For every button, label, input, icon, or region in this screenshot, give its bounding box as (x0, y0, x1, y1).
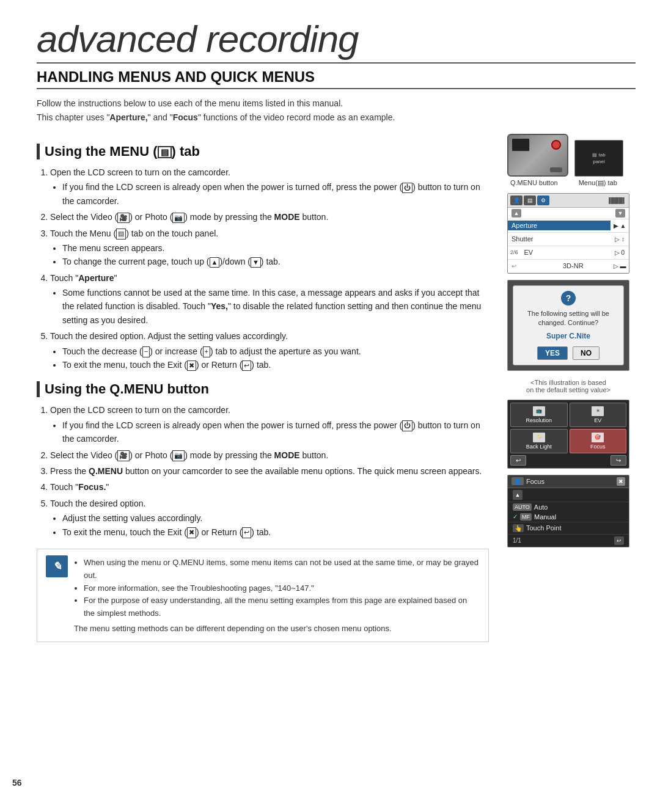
intro-text: Follow the instructions below to use eac… (37, 97, 636, 124)
qmenu-step-5: Touch the desired option. Adjust the set… (50, 497, 489, 539)
menu-screenshot: 👤 ▤ ⚙ ▐███▌ ▲ ▼ Aperture ▶ ▲ Shutter ▷ ↕ (507, 193, 629, 274)
menu-icon-settings: ⚙ (537, 196, 549, 205)
qmenu-cell-ev[interactable]: ☀ EV (570, 403, 627, 427)
qmenu-cell-backlight[interactable]: ✨ Back Light (510, 429, 568, 453)
focus-menu-title-bar: 👤 Focus (512, 477, 617, 485)
qmenu-cell-resolution[interactable]: 📺 Resolution (510, 403, 568, 427)
left-column: Using the MENU (▤) tab Open the LCD scre… (37, 134, 489, 642)
menu-back-btn: ↩ (508, 262, 559, 271)
qmenu-steps-list: Open the LCD screen to turn on the camco… (37, 403, 489, 539)
menu-steps-list: Open the LCD screen to turn on the camco… (37, 166, 489, 371)
intro-line-2: This chapter uses "Aperture," and "Focus… (37, 112, 395, 122)
illustration-caption: <This illustration is basedon the defaul… (526, 379, 610, 393)
focus-option-manual[interactable]: ✓ MF Manual (508, 512, 629, 522)
focus-page-row: 1/1 ↩ (508, 534, 629, 547)
menu-ev-arrow: ▷ 0 (610, 249, 629, 256)
qmenu-resolution-label: Resolution (526, 417, 552, 423)
menu-row-aperture[interactable]: Aperture ▶ ▲ (508, 219, 629, 233)
qmenu-step-2: Select the Video (🎥) or Photo (📷) mode b… (50, 448, 489, 462)
focus-auto-label: Auto (534, 503, 548, 511)
qmenu-resolution-icon: 📺 (533, 406, 545, 416)
focus-title-text: Focus (526, 478, 544, 485)
qmenu-cell-focus[interactable]: 🎯 Focus (570, 429, 627, 453)
qmenu-ev-label: EV (594, 417, 601, 423)
menu-icon-list: ▤ (524, 196, 536, 205)
dialog-value: Super C.Nite (546, 332, 590, 340)
right-column: ▤ tabpanel Q.MENU button Menu(▤) tab 👤 ▤… (501, 134, 636, 547)
focus-back-btn[interactable]: ↩ (614, 536, 624, 545)
focus-option-auto[interactable]: AUTO Auto (508, 502, 629, 512)
menu-icon-person: 👤 (510, 196, 522, 205)
menu-step-5-bullet-2: To exit the menu, touch the Exit (✖) or … (62, 358, 489, 371)
menu-aperture-label: Aperture (508, 221, 610, 230)
menu-step-1-bullet: If you find the LCD screen is already op… (62, 180, 489, 208)
menu-shutter-label: Shutter (508, 234, 610, 244)
camcorder-body (507, 134, 568, 177)
focus-manual-label: Manual (534, 513, 556, 521)
qmenu-ev-icon: ☀ (592, 406, 604, 416)
intro-line-1: Follow the instructions below to use eac… (37, 98, 343, 108)
qmenu-backlight-icon: ✨ (533, 433, 545, 442)
focus-touch-label: Touch Point (526, 524, 561, 532)
menu-step-3: Touch the Menu (▤) tab on the touch pane… (50, 227, 489, 269)
camera-device-image: ▤ tabpanel Q.MENU button Menu(▤) tab (507, 134, 629, 187)
dialog-buttons: YES NO (537, 346, 600, 360)
menu-step-2: Select the Video (🎥) or Photo (📷) mode b… (50, 210, 489, 224)
menu-row-ev[interactable]: 2/6 EV ▷ 0 (508, 246, 629, 260)
dialog-yes-button[interactable]: YES (537, 346, 568, 360)
qmenu-step-3: Press the Q.MENU button on your camcorde… (50, 464, 489, 478)
menu-down-btn[interactable]: ▼ (615, 209, 625, 218)
dialog-question-icon: ? (561, 291, 576, 305)
page-number: 56 (12, 778, 22, 788)
qmenu-focus-label: Focus (590, 444, 606, 450)
camcorder-screen (512, 138, 530, 152)
menu-panel-preview: ▤ tabpanel (574, 140, 623, 177)
note-extra: The menu setting methods can be differen… (74, 624, 392, 633)
content-area: Using the MENU (▤) tab Open the LCD scre… (37, 134, 636, 642)
qmenu-step-1-bullet: If you find the LCD screen is already op… (62, 419, 489, 446)
qmenu-step-5-bullet-1: Adjust the setting values accordingly. (62, 511, 489, 525)
main-title: advanced recording (37, 18, 636, 64)
focus-menu-screenshot: 👤 Focus ✖ ▲ AUTO Auto ✓ MF Manual (507, 475, 629, 547)
focus-auto-badge: AUTO (513, 503, 532, 511)
focus-manual-badge: MF (520, 513, 532, 521)
qmenu-step-1: Open the LCD screen to turn on the camco… (50, 403, 489, 445)
menu-row-shutter[interactable]: Shutter ▷ ↕ (508, 233, 629, 246)
note-bullet-2: For more information, see the Troublesho… (84, 582, 480, 595)
qmenu-forward-btn[interactable]: ↪ (610, 455, 626, 466)
menu-topbar: 👤 ▤ ⚙ ▐███▌ (508, 194, 629, 208)
menu-ev-page: 2/6 (508, 248, 521, 257)
camcorder-lens (551, 140, 561, 150)
dialog-no-button[interactable]: NO (573, 346, 600, 360)
focus-bottom-row: 👆 Touch Point (508, 522, 629, 534)
menu-nav-row: ▲ ▼ (508, 208, 629, 219)
dialog-box: ? The following setting will be changed.… (513, 285, 624, 365)
note-box: ✎ When using the menu or Q.MENU items, s… (37, 549, 489, 642)
focus-menu-close-btn[interactable]: ✖ (617, 477, 625, 486)
qmenu-nav-row: ↩ ↪ (510, 455, 626, 466)
menu-tab-label: Menu(▤) tab (579, 179, 617, 187)
menu-row-3dnr[interactable]: ↩ 3D-NR ▷ ▬ (508, 260, 629, 273)
cam-labels: Q.MENU button Menu(▤) tab (507, 179, 617, 187)
focus-up-nav: ▲ (508, 488, 629, 502)
menu-step-5-bullet-1: Touch the decrease (−) or increase (+) t… (62, 345, 489, 358)
menu-up-btn[interactable]: ▲ (512, 209, 521, 218)
focus-manual-check: ✓ (513, 513, 518, 520)
menu-3dnr-arrow: ▷ ▬ (610, 263, 629, 269)
qmenu-button-label: Q.MENU button (510, 179, 558, 187)
note-text: When using the menu or Q.MENU items, som… (74, 555, 480, 635)
dialog-text: The following setting will be changed. C… (518, 309, 618, 328)
menu-aperture-arrow: ▶ ▲ (610, 222, 629, 229)
camcorder-sketch (507, 134, 568, 177)
menu-step-3-bullet-1: The menu screen appears. (62, 241, 489, 255)
focus-menu-header: 👤 Focus ✖ (508, 475, 629, 488)
qmenu-grid-screenshot: 📺 Resolution ☀ EV ✨ Back Light 🎯 Focus ↩… (507, 400, 629, 469)
menu-battery: ▐███▌ (551, 197, 626, 203)
menu-step-4: Touch "Aperture" Some functions cannot b… (50, 271, 489, 327)
focus-up-btn[interactable]: ▲ (513, 490, 522, 500)
dialog-screenshot: ? The following setting will be changed.… (507, 280, 629, 371)
qmenu-back-btn[interactable]: ↩ (510, 455, 526, 466)
note-icon: ✎ (46, 555, 68, 577)
qmenu-focus-icon: 🎯 (592, 433, 604, 442)
camcorder-grip (550, 167, 562, 172)
